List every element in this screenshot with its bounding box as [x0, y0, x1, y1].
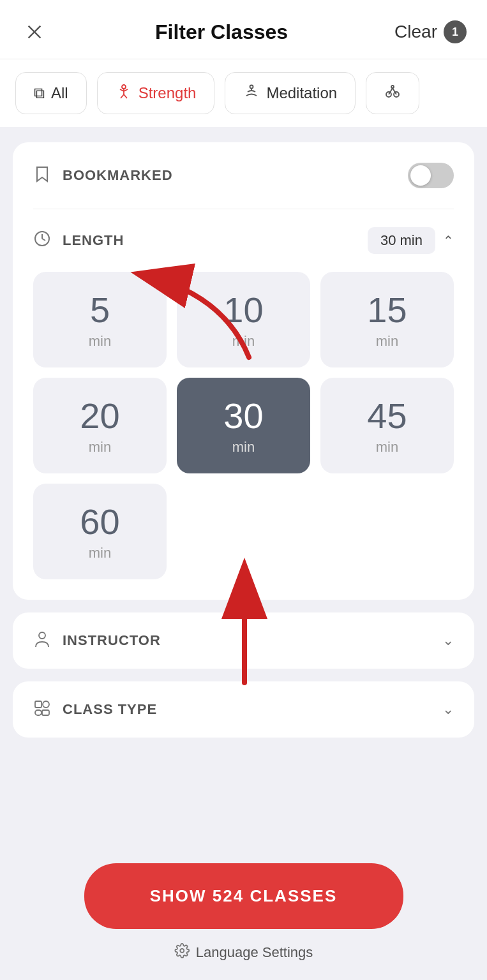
cycling-icon [384, 83, 401, 103]
duration-60min[interactable]: 60 min [33, 484, 167, 579]
length-label: LENGTH [63, 232, 124, 249]
duration-5min[interactable]: 5 min [33, 272, 167, 368]
length-row: LENGTH 30 min ⌃ [33, 227, 454, 254]
duration-empty-1 [177, 484, 310, 579]
divider [33, 209, 454, 209]
tab-strength[interactable]: Strength [97, 72, 215, 114]
tab-all[interactable]: ⧉ All [15, 72, 87, 114]
class-type-icon [33, 699, 51, 720]
toggle-thumb [410, 165, 431, 186]
main-content: BOOKMARKED LENGTH 30 min [0, 127, 487, 753]
duration-grid: 5 min 10 min 15 min 20 min 30 min 45 [33, 272, 454, 579]
class-type-section[interactable]: CLASS TYPE ⌄ [13, 681, 474, 738]
svg-line-5 [124, 94, 127, 98]
category-tabs: ⧉ All Strength Meditation [0, 59, 487, 127]
svg-line-4 [121, 94, 124, 98]
meditation-icon [243, 83, 260, 103]
language-settings-label: Language Settings [196, 944, 313, 961]
instructor-chevron-icon: ⌄ [442, 632, 454, 649]
duration-15min[interactable]: 15 min [320, 272, 454, 368]
filter-card: BOOKMARKED LENGTH 30 min [13, 142, 474, 600]
tab-cycling[interactable] [366, 72, 419, 114]
show-button-container: SHOW 524 CLASSES [84, 863, 403, 929]
bookmarked-label: BOOKMARKED [63, 167, 173, 184]
language-settings[interactable]: Language Settings [174, 943, 313, 962]
close-button[interactable] [20, 18, 49, 46]
header: Filter Classes Clear 1 [0, 0, 487, 59]
clear-button[interactable]: Clear 1 [394, 20, 467, 43]
bookmarked-row: BOOKMARKED [33, 163, 454, 188]
svg-point-18 [43, 701, 49, 708]
instructor-icon [33, 630, 51, 651]
bookmarked-toggle[interactable] [408, 163, 454, 188]
svg-rect-17 [35, 701, 41, 708]
svg-point-8 [250, 85, 253, 89]
clock-icon [33, 230, 51, 252]
strength-icon [116, 83, 132, 103]
svg-point-12 [391, 85, 394, 88]
tab-meditation[interactable]: Meditation [225, 72, 356, 114]
instructor-section[interactable]: INSTRUCTOR ⌄ [13, 612, 474, 669]
svg-point-16 [39, 632, 45, 639]
length-selected-value: 30 min [368, 227, 435, 254]
duration-20min[interactable]: 20 min [33, 378, 167, 473]
show-classes-button[interactable]: SHOW 524 CLASSES [84, 863, 403, 929]
page-title: Filter Classes [155, 20, 288, 44]
duration-45min[interactable]: 45 min [320, 378, 454, 473]
instructor-label: INSTRUCTOR [63, 632, 161, 649]
filter-count-badge: 1 [444, 20, 467, 43]
svg-line-15 [42, 239, 45, 241]
duration-10min[interactable]: 10 min [177, 272, 310, 368]
duration-empty-2 [320, 484, 454, 579]
svg-point-2 [122, 85, 126, 89]
chevron-up-icon[interactable]: ⌃ [443, 233, 454, 248]
svg-point-23 [180, 949, 184, 953]
all-icon: ⧉ [34, 84, 45, 102]
bookmark-icon [33, 165, 51, 187]
class-type-chevron-icon: ⌄ [442, 701, 454, 718]
svg-rect-19 [35, 710, 41, 715]
gear-icon [174, 943, 190, 962]
class-type-label: CLASS TYPE [63, 701, 157, 718]
duration-30min[interactable]: 30 min [177, 378, 310, 473]
svg-rect-20 [42, 710, 49, 715]
